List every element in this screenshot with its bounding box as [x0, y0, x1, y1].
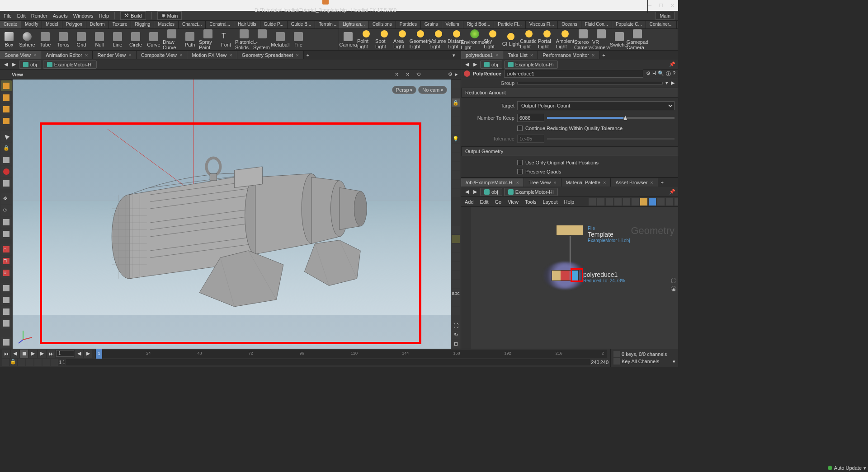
disp-opt-icon[interactable] — [452, 153, 460, 161]
disp-opt-icon[interactable]: abc — [452, 289, 460, 297]
shelf-curve[interactable]: Curve — [145, 29, 163, 50]
menu-render[interactable]: Render — [31, 13, 47, 19]
path-obj[interactable]: obj — [480, 188, 502, 196]
search-icon[interactable]: 🔍 — [658, 70, 664, 77]
tab-takelist[interactable]: Take List× — [503, 51, 538, 59]
select-faces-tool[interactable] — [1, 92, 12, 103]
net-opt-icon[interactable] — [589, 198, 596, 206]
minimize-icon[interactable]: ─ — [648, 3, 651, 9]
range-start-input[interactable]: 1 — [59, 360, 61, 365]
prev-key-button[interactable]: ◀ — [11, 350, 19, 358]
disp-opt-icon[interactable] — [452, 271, 460, 279]
path-node[interactable]: ExampleMotor-Hi — [504, 61, 558, 69]
netmenu-layout[interactable]: Layout — [543, 199, 558, 205]
end-input[interactable]: 240 — [591, 360, 599, 365]
shelf-tab[interactable]: Collisions — [369, 21, 396, 28]
shelf-box[interactable]: Box — [0, 29, 18, 50]
frame-input[interactable]: 1 — [56, 350, 74, 357]
nav-fwd-icon[interactable]: ▶ — [11, 61, 17, 68]
range-icon[interactable]: 🔒 — [10, 359, 17, 366]
disp-opt-icon[interactable] — [452, 307, 460, 315]
shelf-pointlight[interactable]: Point Light — [357, 29, 375, 50]
range-end-input[interactable]: 240 — [600, 360, 609, 365]
shelf-null[interactable]: Null — [90, 29, 108, 50]
nav-fwd-icon[interactable]: ▶ — [472, 61, 478, 68]
disp-opt-icon[interactable] — [452, 80, 460, 89]
timeline-cursor[interactable]: 1 — [96, 349, 102, 359]
netmenu-tools[interactable]: Tools — [525, 199, 537, 205]
netmenu-add[interactable]: Add — [465, 199, 474, 205]
node-file[interactable]: File Template ExampleMotor-Hi.obj — [556, 225, 583, 236]
nav-back-icon[interactable]: ◀ — [3, 61, 9, 68]
dispopts-button[interactable]: ⛶ — [452, 322, 460, 330]
group-input[interactable] — [517, 82, 663, 84]
shelf-tab[interactable]: Vellum — [442, 21, 463, 28]
path-obj[interactable]: obj — [480, 61, 502, 69]
disp-opt-icon[interactable]: 🔒 — [452, 98, 460, 107]
range-icon[interactable] — [26, 359, 33, 366]
prev-frame-button[interactable]: ◀ — [75, 350, 83, 358]
shelf-tab[interactable]: Muscles — [154, 21, 179, 28]
close-icon[interactable]: × — [495, 52, 498, 58]
play-button[interactable]: ▶ — [29, 350, 37, 358]
scale-tool[interactable] — [1, 217, 12, 228]
shelf-portallight[interactable]: Portal Light — [538, 29, 556, 50]
tab-scene-view[interactable]: Scene View× — [0, 51, 41, 59]
shelf-arealight[interactable]: Area Light — [393, 29, 411, 50]
shelf-tab[interactable]: Hair Utils — [234, 21, 260, 28]
last-frame-button[interactable]: ⏭ — [47, 350, 55, 358]
close-icon[interactable]: × — [530, 52, 533, 58]
shelf-tab[interactable]: Pyro FX — [677, 21, 678, 28]
nav-fwd-icon[interactable]: ▶ — [472, 189, 478, 195]
tab-polyreduce[interactable]: polyreduce1× — [461, 51, 503, 59]
shelf-tab[interactable]: Oceans — [558, 21, 581, 28]
disp-opt-icon[interactable] — [452, 180, 460, 188]
zoom-tool[interactable] — [1, 337, 12, 348]
preserve-quads-checkbox[interactable] — [517, 169, 523, 174]
gear-icon[interactable]: ⚙ — [646, 70, 651, 77]
key-icon[interactable] — [613, 358, 620, 365]
close-icon[interactable]: × — [296, 52, 298, 58]
menu-edit[interactable]: Edit — [17, 13, 26, 19]
nav-back-icon[interactable]: ◀ — [464, 61, 470, 68]
net-nav-dot[interactable]: ⊞ — [671, 286, 676, 291]
node-polyreduce[interactable]: polyreduce1 Reduced To: 24.73% — [552, 270, 579, 281]
flipbook-tool[interactable] — [1, 318, 12, 329]
shelf-vrcam[interactable]: VR Camera — [592, 29, 610, 50]
inspect-tool[interactable] — [1, 306, 12, 317]
net-opt-icon[interactable] — [623, 198, 630, 206]
net-opt-icon[interactable] — [675, 198, 678, 206]
help-icon[interactable]: ? — [673, 70, 675, 77]
range-icon[interactable] — [2, 359, 9, 366]
disp-opt-icon[interactable] — [452, 117, 460, 125]
shelf-line[interactable]: Line — [108, 29, 127, 50]
only-orig-checkbox[interactable] — [517, 160, 523, 165]
menu-file[interactable]: File — [4, 13, 12, 19]
disp-opt-wire-icon[interactable] — [452, 235, 460, 243]
shelf-tab[interactable]: Container... — [646, 21, 677, 28]
next-key-button[interactable]: ▶ — [38, 350, 46, 358]
camera-dropdown[interactable]: No cam ▾ — [418, 86, 447, 94]
close-icon[interactable]: ✕ — [670, 3, 675, 9]
add-tab-icon[interactable]: + — [304, 52, 312, 58]
shelf-tab[interactable]: Charact... — [179, 21, 206, 28]
snap-icon[interactable]: ⤭ — [395, 71, 403, 77]
shelf-tab[interactable]: Rigging — [131, 21, 154, 28]
shelf-drawcurve[interactable]: Draw Curve — [163, 29, 181, 50]
close-icon[interactable]: × — [85, 52, 88, 58]
shelf-ambientlight[interactable]: Ambient Light — [556, 29, 574, 50]
tab-matpalette[interactable]: Material Palette× — [561, 178, 611, 187]
shelf-gilight[interactable]: GI Light — [502, 29, 520, 50]
disp-opt-icon[interactable] — [452, 262, 460, 270]
shelf-tab[interactable]: Terrain ... — [315, 21, 339, 28]
close-icon[interactable]: × — [179, 52, 182, 58]
shelf-stereocam[interactable]: Stereo Camera — [574, 29, 592, 50]
add-tab-icon[interactable]: + — [599, 52, 608, 58]
shelf-tab[interactable]: Modify — [21, 21, 42, 28]
lock-tool[interactable]: 🔒 — [1, 143, 12, 154]
persp-dropdown[interactable]: Persp ▾ — [392, 86, 417, 94]
disp-opt-icon[interactable]: 💡 — [452, 135, 460, 143]
net-opt-icon[interactable] — [649, 198, 656, 206]
disp-opt-icon[interactable] — [452, 226, 460, 234]
shelf-sphere[interactable]: Sphere — [18, 29, 36, 50]
